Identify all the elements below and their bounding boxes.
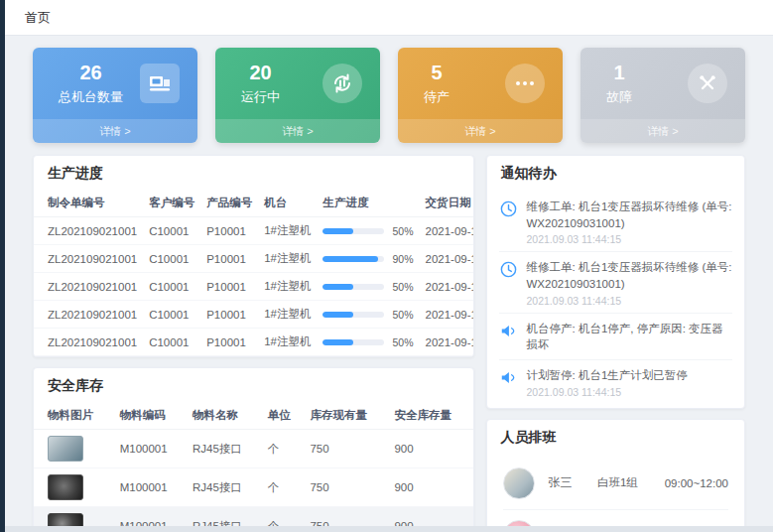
notice-time: 2021.09.03 11:44:15 [527,233,732,245]
col-customer: 客户编号 [143,190,200,217]
list-item[interactable]: 维修工单: 机台1变压器损坏待维修 (单号: WX202109031001) 2… [499,192,732,252]
card-detail-link[interactable]: 详情 > [215,119,380,143]
table-row[interactable]: M100001 RJ45接口 个 750 900 [34,468,473,507]
notifications-panel: 通知待办 维修工单: 机台1变压器损坏待维修 (单号: WX2021090310… [486,155,745,409]
waiting-icon [505,64,545,103]
progress-bar [322,284,384,290]
col-product: 产品编号 [200,190,258,217]
stat-value: 1 [606,62,632,84]
stat-label: 待产 [424,88,450,106]
progress-bar [322,312,384,318]
table-row[interactable]: ZL202109021001 C10001 P10001 1#注塑机 50% 2… [34,217,474,245]
panel-title: 通知待办 [487,156,744,190]
material-photo-rj45 [48,436,83,462]
panel-title: 安全库存 [34,368,473,402]
notice-time: 2021.09.03 11:44:15 [527,386,688,398]
panel-title: 人员排班 [487,420,744,454]
progress-bar [322,228,384,234]
safety-stock-panel: 安全库存 物料图片 物料编码 物料名称 单位 库存现有量 安全库存量 [33,367,474,532]
stat-card-waiting[interactable]: 5 待产 详情 > [398,48,563,143]
stat-cards-row: 26 总机台数量 详情 > 20 运行中 [33,48,745,143]
production-table: 制令单编号 客户编号 产品编号 机台 生产进度 交货日期 ZL202109021… [34,190,474,356]
list-item[interactable]: 张三 白班1组 09:00~12:00 [503,458,728,510]
notice-time: 2021.09.03 11:44:15 [527,295,732,307]
col-photo: 物料图片 [34,402,114,430]
list-item[interactable]: 维修工单: 机台1变压器损坏待维修 (单号: WX202109031001) 2… [499,252,732,313]
avatar [503,467,535,499]
stat-card-fault[interactable]: 1 故障 详情 > [580,48,745,143]
col-stock: 库存现有量 [304,402,388,430]
staff-name: 张三 [549,474,583,491]
notice-text: 维修工单: 机台1变压器损坏待维修 (单号: WX202109031001) [527,259,732,292]
notice-text: 计划暂停: 机台1生产计划已暂停 [527,367,688,384]
col-code: 物料编码 [114,402,187,430]
col-order: 制令单编号 [34,190,143,217]
stat-value: 26 [59,62,123,84]
page-title: 首页 [25,9,51,27]
staff-schedule-panel: 人员排班 张三 白班1组 09:00~12:00 李四 白班2组 12:00~1… [486,419,745,532]
machine-icon [140,64,180,103]
table-row[interactable]: M100001 RJ45接口 个 750 900 [34,430,473,468]
col-machine: 机台 [258,190,317,217]
clock-icon [499,199,519,245]
horizontal-scrollbar[interactable] [5,526,773,532]
table-row[interactable]: ZL202109021001 C10001 P10001 1#注塑机 50% 2… [34,329,474,356]
stat-label: 总机台数量 [59,88,123,106]
panel-title: 生产进度 [34,156,473,190]
notice-text: 机台停产: 机台1停产, 停产原因: 变压器损坏 [527,321,732,353]
production-progress-panel: 生产进度 制令单编号 客户编号 产品编号 机台 生产进度 交货日期 [33,155,474,357]
topbar: 首页 [5,0,773,36]
clock-icon [499,259,519,306]
card-detail-link[interactable]: 详情 > [580,119,745,143]
table-row[interactable]: ZL202109021001 C10001 P10001 1#注塑机 90% 2… [34,245,474,273]
speaker-icon [499,321,519,353]
list-item[interactable]: 计划暂停: 机台1生产计划已暂停 2021.09.03 11:44:15 [499,360,732,404]
col-safety: 安全库存量 [388,402,472,430]
inventory-table: 物料图片 物料编码 物料名称 单位 库存现有量 安全库存量 M100001 R [34,402,473,532]
col-name: 物料名称 [187,402,262,430]
progress-bar [322,339,384,345]
dashboard-content: 26 总机台数量 详情 > 20 运行中 [5,36,773,532]
stat-card-total-machines[interactable]: 26 总机台数量 详情 > [33,48,197,143]
table-row[interactable]: ZL202109021001 C10001 P10001 1#注塑机 50% 2… [34,301,474,329]
list-item[interactable]: 机台停产: 机台1停产, 停产原因: 变压器损坏 [499,314,732,360]
col-unit: 单位 [262,402,305,430]
stat-label: 故障 [606,88,632,106]
col-date: 交货日期 [419,190,473,217]
card-detail-link[interactable]: 详情 > [33,119,197,143]
staff-time: 09:00~12:00 [665,477,728,489]
material-photo-connector [48,474,83,500]
running-icon [322,64,362,103]
card-detail-link[interactable]: 详情 > [398,119,563,143]
table-row[interactable]: ZL202109021001 C10001 P10001 1#注塑机 50% 2… [34,273,474,301]
stat-value: 5 [424,62,450,84]
stat-label: 运行中 [241,88,280,106]
stat-card-running[interactable]: 20 运行中 详情 > [215,48,380,143]
staff-shift: 白班1组 [597,475,651,490]
fault-icon [688,64,727,103]
sidebar-edge [0,0,5,532]
speaker-icon [499,367,519,398]
col-progress: 生产进度 [317,190,419,217]
stat-value: 20 [241,62,280,84]
progress-bar [322,256,384,262]
notice-text: 维修工单: 机台1变压器损坏待维修 (单号: WX202109031001) [527,199,732,231]
